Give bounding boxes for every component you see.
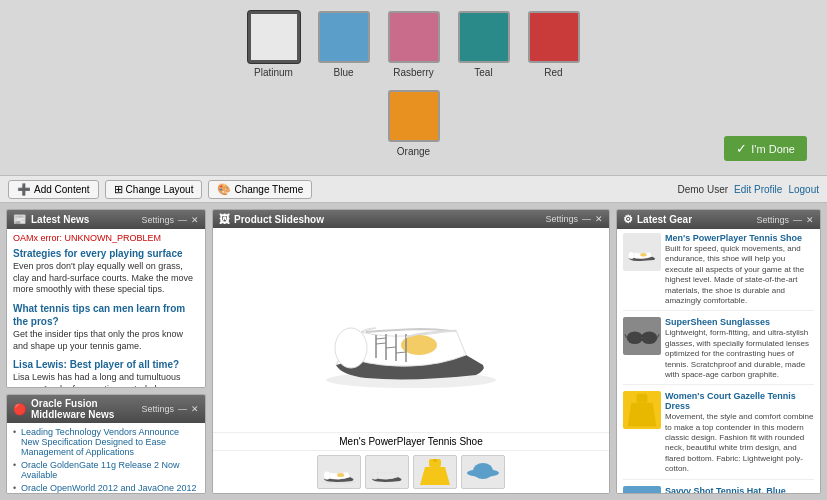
swatch-platinum-label: Platinum [254, 67, 293, 78]
gear-thumb-0 [623, 233, 661, 271]
news-item-1: What tennis tips can men learn from the … [13, 302, 199, 352]
news-headline-2: Lisa Lewis: Best player of all time? [13, 358, 199, 371]
oracle-news-settings[interactable]: Settings [141, 404, 174, 414]
swatch-orange-label: Orange [397, 146, 430, 157]
main-content: 📰 Latest News Settings — ✕ OAMx error: U… [0, 203, 827, 500]
oracle-news-minimize[interactable]: — [178, 404, 187, 414]
done-button[interactable]: I'm Done [724, 136, 807, 161]
add-content-button[interactable]: ➕ Add Content [8, 180, 99, 199]
latest-news-settings[interactable]: Settings [141, 215, 174, 225]
latest-news-header: 📰 Latest News Settings — ✕ [7, 210, 205, 229]
oracle-item-1: Oracle GoldenGate 11g Release 2 Now Avai… [13, 460, 199, 480]
slideshow-controls: Settings — ✕ [545, 214, 603, 224]
slideshow-close[interactable]: ✕ [595, 214, 603, 224]
thumb-dress-svg [415, 457, 455, 487]
swatch-blue-box[interactable] [318, 11, 370, 63]
latest-gear-settings[interactable]: Settings [756, 215, 789, 225]
news-item-0: Strategies for every playing surface Eve… [13, 247, 199, 296]
svg-point-13 [337, 473, 344, 477]
latest-gear-body: Men's PowerPlayer Tennis Shoe Built for … [617, 229, 820, 493]
svg-point-12 [324, 472, 330, 480]
swatch-orange-box[interactable] [388, 90, 440, 142]
swatch-red[interactable]: Red [528, 11, 580, 78]
swatch-teal-box[interactable] [458, 11, 510, 63]
slideshow-thumbnails [213, 450, 609, 493]
oracle-news-header: 🔴 Oracle Fusion Middleware News Settings… [7, 395, 205, 423]
gear-item-1: SuperSheen Sunglasses Lightweight, form-… [623, 317, 814, 385]
color-swatches-row2: Orange [388, 90, 440, 157]
change-layout-label: Change Layout [126, 184, 194, 195]
thumb-3[interactable] [461, 455, 505, 489]
change-theme-button[interactable]: 🎨 Change Theme [208, 180, 312, 199]
swatch-blue[interactable]: Blue [318, 11, 370, 78]
gear-thumb-2 [623, 391, 661, 429]
svg-point-20 [628, 252, 634, 259]
swatch-rasberry-label: Rasberry [393, 67, 434, 78]
gear-name-0: Men's PowerPlayer Tennis Shoe [665, 233, 814, 243]
swatch-red-box[interactable] [528, 11, 580, 63]
svg-point-21 [640, 253, 646, 257]
logout-link[interactable]: Logout [788, 184, 819, 195]
thumb-shoe-svg-0 [319, 457, 359, 487]
swatch-platinum[interactable]: Platinum [248, 11, 300, 78]
gear-desc-0: Built for speed, quick movements, and en… [665, 244, 814, 306]
slideshow-caption-text: Men's PowerPlayer Tennis Shoe [339, 436, 482, 447]
slideshow-minimize[interactable]: — [582, 214, 591, 224]
thumb-0[interactable] [317, 455, 361, 489]
latest-news-minimize[interactable]: — [178, 215, 187, 225]
gear-text-2: Women's Court Gazelle Tennis Dress Movem… [665, 391, 814, 474]
slideshow-main-image [213, 228, 609, 432]
latest-gear-minimize[interactable]: — [793, 215, 802, 225]
gear-text-3: Savvy Shot Tennis Hat, Blue Stylish and … [665, 486, 814, 493]
swatch-red-label: Red [544, 67, 562, 78]
latest-news-body: OAMx error: UNKNOWN_PROBLEM Strategies f… [7, 229, 205, 387]
latest-gear-panel: ⚙ Latest Gear Settings — ✕ [616, 209, 821, 494]
news-error: OAMx error: UNKNOWN_PROBLEM [13, 233, 199, 243]
gear-desc-2: Movement, the style and comfort combine … [665, 412, 814, 474]
latest-news-close[interactable]: ✕ [191, 215, 199, 225]
latest-gear-title: Latest Gear [637, 214, 692, 225]
thumb-1[interactable] [365, 455, 409, 489]
swatch-rasberry[interactable]: Rasberry [388, 11, 440, 78]
demo-user-label: Demo User [677, 184, 728, 195]
add-content-label: Add Content [34, 184, 90, 195]
oracle-news-widget: 🔴 Oracle Fusion Middleware News Settings… [6, 394, 206, 494]
news-body-0: Even pros don't play equally well on gra… [13, 261, 199, 296]
gear-shoe-icon [624, 234, 660, 270]
swatch-teal[interactable]: Teal [458, 11, 510, 78]
thumb-shoe-svg-1 [367, 457, 407, 487]
swatch-rasberry-box[interactable] [388, 11, 440, 63]
change-theme-label: Change Theme [234, 184, 303, 195]
gear-hat-blue-icon [624, 487, 660, 493]
color-swatches-row1: Platinum Blue Rasberry Teal Red [248, 11, 580, 78]
svg-point-19 [473, 463, 493, 479]
swatch-teal-label: Teal [474, 67, 492, 78]
main-shoe-svg [311, 260, 511, 400]
thumb-2[interactable] [413, 455, 457, 489]
slideshow-body: Men's PowerPlayer Tennis Shoe [213, 228, 609, 493]
oracle-news-body: Leading Technology Vendors Announce New … [7, 423, 205, 493]
svg-rect-17 [433, 459, 437, 462]
product-slideshow-panel: 🖼 Product Slideshow Settings — ✕ [212, 209, 610, 494]
change-layout-button[interactable]: ⊞ Change Layout [105, 180, 203, 199]
swatch-platinum-box[interactable] [248, 11, 300, 63]
oracle-news-close[interactable]: ✕ [191, 404, 199, 414]
gear-thumb-1 [623, 317, 661, 355]
slideshow-icon: 🖼 [219, 213, 230, 225]
swatch-blue-label: Blue [333, 67, 353, 78]
swatch-orange[interactable]: Orange [388, 90, 440, 157]
left-panel: 📰 Latest News Settings — ✕ OAMx error: U… [6, 209, 206, 494]
slideshow-caption: Men's PowerPlayer Tennis Shoe [213, 432, 609, 450]
slideshow-settings[interactable]: Settings [545, 214, 578, 224]
edit-profile-link[interactable]: Edit Profile [734, 184, 782, 195]
slideshow-title: Product Slideshow [234, 214, 324, 225]
gear-text-0: Men's PowerPlayer Tennis Shoe Built for … [665, 233, 814, 306]
news-body-2: Lisa Lewis has had a long and tumultuous… [13, 372, 199, 387]
svg-point-1 [335, 328, 367, 368]
theme-picker: Platinum Blue Rasberry Teal Red Orange I… [0, 0, 827, 175]
svg-line-25 [625, 335, 627, 339]
latest-gear-close[interactable]: ✕ [806, 215, 814, 225]
oracle-news-title: Oracle Fusion Middleware News [31, 398, 137, 420]
oracle-news-controls: Settings — ✕ [141, 404, 199, 414]
gear-item-0: Men's PowerPlayer Tennis Shoe Built for … [623, 233, 814, 311]
